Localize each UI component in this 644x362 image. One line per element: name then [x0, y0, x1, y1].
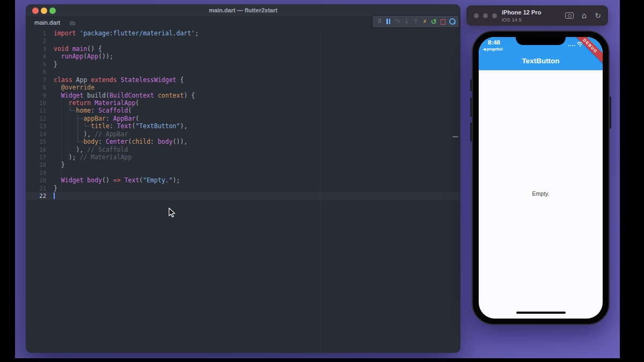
code-line[interactable]: 14 │ ), // AppBar — [26, 130, 460, 138]
code-text: Widget body() => Text("Empty."); — [46, 176, 180, 184]
step-over-icon[interactable]: ↷ — [393, 16, 402, 27]
mouse-cursor — [169, 208, 177, 218]
line-number: 8 — [26, 84, 46, 91]
sim-minimize-button[interactable] — [483, 13, 488, 18]
code-line[interactable]: 17 ); // MaterialApp — [26, 153, 460, 161]
line-number: 10 — [26, 99, 46, 107]
code-text: } — [46, 184, 57, 192]
scrollbar-cursor-marker[interactable] — [452, 136, 458, 137]
code-text: Widget build(BuildContext context) { — [46, 92, 195, 99]
code-area[interactable]: 1import 'package:flutter/material.dart';… — [26, 29, 460, 200]
code-line[interactable]: 4 runApp(App()); — [26, 53, 460, 60]
cellular-icon — [568, 42, 575, 47]
line-number: 11 — [26, 107, 46, 114]
step-out-icon[interactable]: ↑ — [412, 16, 420, 27]
code-line[interactable]: 3void main() { — [26, 45, 460, 53]
code-line[interactable]: 2 — [26, 37, 460, 45]
status-time: 8:48 — [488, 39, 500, 46]
code-line[interactable]: 21} — [26, 184, 460, 192]
code-text: ); // MaterialApp — [46, 153, 131, 161]
code-line[interactable]: 12 ├─appBar: AppBar( — [26, 115, 460, 122]
code-line[interactable]: 11 └─home: Scaffold( — [26, 107, 460, 114]
line-number: 21 — [26, 184, 46, 192]
code-line[interactable]: 9 Widget build(BuildContext context) { — [26, 92, 460, 99]
debug-toolbar: ⠿↷↓↑⚡↺□ — [372, 15, 459, 28]
body-text: Empty. — [479, 190, 603, 197]
sim-toolbar-icons: ⌂ ↻ — [565, 5, 601, 26]
tab-folder-label: lib — [70, 20, 76, 26]
line-number: 13 — [26, 122, 46, 130]
code-line[interactable]: 19 — [26, 169, 460, 176]
code-text: runApp(App()); — [46, 53, 113, 60]
line-number: 7 — [26, 76, 46, 84]
line-number: 2 — [26, 37, 46, 45]
code-line[interactable]: 20 Widget body() => Text("Empty."); — [26, 176, 460, 184]
line-number: 18 — [26, 161, 46, 168]
code-text — [46, 37, 54, 45]
line-number: 22 — [26, 192, 46, 200]
line-number: 9 — [26, 92, 46, 99]
code-line[interactable]: 16 ), // Scaffold — [26, 146, 460, 153]
code-line[interactable]: 8 @override — [26, 84, 460, 91]
stop-icon[interactable]: □ — [438, 16, 447, 27]
home-indicator[interactable] — [516, 312, 566, 314]
code-line[interactable]: 18 } — [26, 161, 460, 168]
hot-reload-icon[interactable]: ⚡ — [420, 16, 429, 27]
pause-icon[interactable] — [384, 16, 393, 27]
code-line[interactable]: 7class App extends StatelessWidget { — [26, 76, 460, 84]
line-number: 6 — [26, 68, 46, 76]
line-number: 14 — [26, 130, 46, 138]
screenshot-frame: main.dart — flutter2start main.dart lib … — [0, 0, 644, 362]
simulator-titlebar[interactable]: iPhone 12 Pro iOS 14.5 ⌂ ↻ — [466, 5, 608, 26]
iphone-screen[interactable]: 8:48 ◀ progetto2 DEBUG TextButton Empty. — [479, 37, 603, 319]
code-text — [46, 68, 54, 76]
sim-zoom-button[interactable] — [492, 13, 497, 18]
rotate-icon[interactable]: ↻ — [595, 11, 601, 20]
grip-icon[interactable]: ⠿ — [375, 16, 384, 27]
line-number: 20 — [26, 176, 46, 184]
line-number: 5 — [26, 61, 46, 68]
screenshot-icon[interactable] — [565, 12, 574, 19]
code-text: import 'package:flutter/material.dart'; — [46, 29, 199, 37]
code-line[interactable]: 15 └─body: Center(child: body()), — [26, 138, 460, 145]
sim-device-name: iPhone 12 Pro — [502, 9, 541, 16]
code-line[interactable]: 1import 'package:flutter/material.dart'; — [26, 29, 460, 37]
text-caret — [54, 193, 55, 199]
restart-icon[interactable]: ↺ — [429, 16, 438, 27]
line-number: 12 — [26, 115, 46, 122]
sim-close-button[interactable] — [474, 13, 479, 18]
vscode-window: main.dart — flutter2start main.dart lib … — [26, 4, 460, 353]
code-line[interactable]: 10 return MaterialApp( — [26, 99, 460, 107]
code-text: ├─appBar: AppBar( — [46, 115, 139, 122]
code-text: } — [46, 161, 65, 168]
code-text: │ └─title: Text("TextButton"), — [46, 122, 187, 130]
line-number: 1 — [26, 29, 46, 37]
code-line[interactable]: 13 │ └─title: Text("TextButton"), — [26, 122, 460, 130]
line-number: 19 — [26, 169, 46, 176]
line-number: 15 — [26, 138, 46, 145]
sim-os-version: iOS 14.5 — [502, 17, 522, 23]
code-line[interactable]: 6 — [26, 68, 460, 76]
code-text: } — [46, 61, 57, 68]
code-text: @override — [46, 84, 94, 91]
back-to-app-label[interactable]: ◀ progetto2 — [483, 47, 503, 51]
tab-filename[interactable]: main.dart — [34, 19, 60, 26]
window-title: main.dart — flutter2start — [26, 7, 460, 13]
code-text: class App extends StatelessWidget { — [46, 76, 184, 84]
home-icon[interactable]: ⌂ — [582, 11, 587, 20]
devtools-icon[interactable] — [448, 16, 456, 27]
code-text: void main() { — [46, 45, 102, 53]
line-number: 17 — [26, 153, 46, 161]
code-line[interactable]: 5} — [26, 61, 460, 68]
line-number: 16 — [26, 146, 46, 153]
line-number: 4 — [26, 53, 46, 60]
code-text: │ ), // AppBar — [46, 130, 128, 138]
code-text: └─body: Center(child: body()), — [46, 138, 187, 145]
step-into-icon[interactable]: ↓ — [402, 16, 411, 27]
code-line[interactable]: 22 — [26, 192, 460, 200]
iphone-notch — [516, 37, 566, 45]
code-text — [46, 169, 54, 176]
code-text: └─home: Scaffold( — [46, 107, 131, 114]
appbar-title: TextButton — [479, 57, 603, 65]
line-number: 3 — [26, 45, 46, 53]
